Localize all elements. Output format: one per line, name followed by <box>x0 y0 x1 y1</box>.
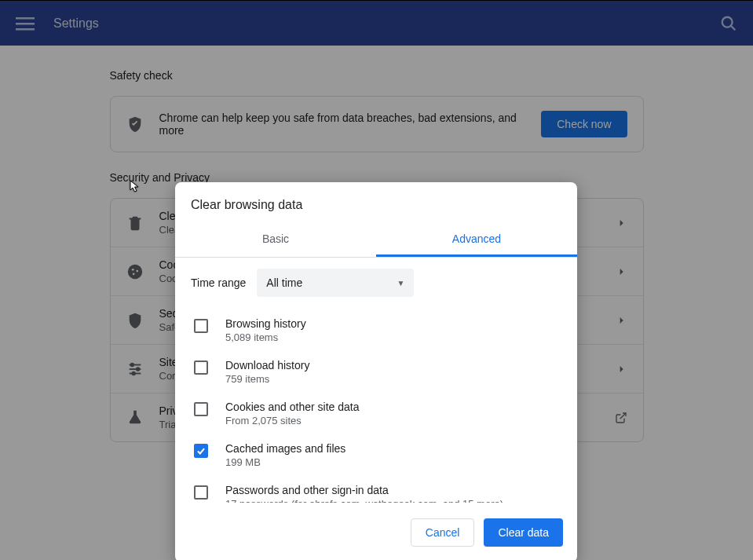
tab-advanced[interactable]: Advanced <box>376 223 577 257</box>
check-row-0: Browsing history5,089 items <box>191 309 577 351</box>
check-row-1: Download history759 items <box>191 351 577 393</box>
checkbox-0[interactable] <box>194 319 208 333</box>
cancel-button[interactable]: Cancel <box>411 518 475 547</box>
checkbox-4[interactable] <box>194 485 208 500</box>
dialog-title: Clear browsing data <box>175 182 577 223</box>
check-label: Download history <box>225 359 309 372</box>
check-label: Browsing history <box>225 317 306 330</box>
check-label: Cached images and files <box>225 442 345 455</box>
check-label: Passwords and other sign-in data <box>225 484 503 496</box>
check-sub: 17 passwords (for ahrefs.com, wethegeek.… <box>225 498 503 503</box>
check-sub: 199 MB <box>225 456 345 468</box>
checkbox-3[interactable] <box>194 444 208 458</box>
check-row-3: Cached images and files199 MB <box>191 434 577 476</box>
check-sub: 759 items <box>225 373 309 385</box>
tab-basic[interactable]: Basic <box>175 223 376 257</box>
checkbox-2[interactable] <box>194 402 208 416</box>
check-sub: From 2,075 sites <box>225 415 359 426</box>
dialog-scroll-area[interactable]: Time range All time ▼ Browsing history5,… <box>175 258 577 503</box>
time-range-value: All time <box>266 276 302 289</box>
clear-data-button[interactable]: Clear data <box>484 518 563 547</box>
time-range-select[interactable]: All time ▼ <box>257 269 414 297</box>
time-range-label: Time range <box>191 276 246 289</box>
check-label: Cookies and other site data <box>225 401 359 413</box>
dropdown-icon: ▼ <box>397 279 404 287</box>
clear-data-dialog: Clear browsing data Basic Advanced Time … <box>175 182 577 560</box>
check-row-4: Passwords and other sign-in data17 passw… <box>191 476 577 503</box>
check-sub: 5,089 items <box>225 331 306 343</box>
check-row-2: Cookies and other site dataFrom 2,075 si… <box>191 393 577 434</box>
checkbox-1[interactable] <box>194 361 208 375</box>
